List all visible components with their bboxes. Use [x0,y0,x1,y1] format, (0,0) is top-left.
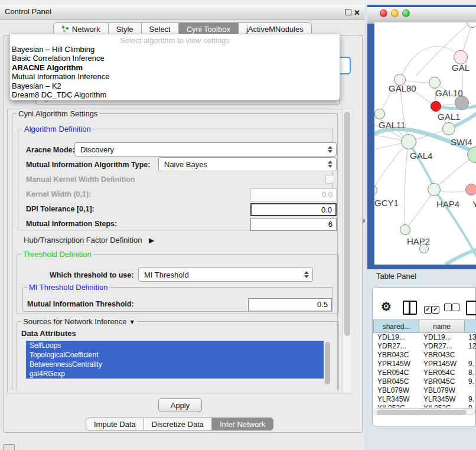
dpi-tolerance-label: DPI Tolerance [0,1]: [26,205,94,213]
node-label: GAL11 [379,120,406,130]
table-row[interactable]: YDR27...YDR27...12 [374,342,476,351]
table-row[interactable]: YBR043CYBR043C [374,351,476,360]
table-row[interactable]: YER054CYER054C8. [374,369,476,377]
top-strip [0,0,476,5]
table-row[interactable]: YBL079WYBL079W [374,386,476,395]
data-attributes-label: Data Attributes [21,329,76,338]
docked-panel-icon[interactable] [3,444,15,450]
node-label: GAL10 [435,88,463,98]
table-row[interactable]: YPR145WYPR145W9. [374,360,476,369]
algorithm-option-selected[interactable]: ARACNE Algorithm [10,63,340,72]
network-node-selected-red[interactable] [431,101,441,112]
algorithm-option[interactable]: Bayesian – K2 [10,81,340,90]
table-row[interactable]: YBR045CYBR045C9. [374,377,476,386]
table-row[interactable]: YLR345WYLR345W9. [374,395,476,404]
node-label: GCY1 [374,198,399,208]
kernel-width-field[interactable]: 0.0 [250,188,337,201]
table-horizontal-scrollbar[interactable] [374,408,475,415]
gear-icon[interactable]: ⚙ [381,299,392,314]
which-threshold-combobox[interactable]: MI Threshold [138,268,313,282]
bottom-tabs: Impute Data Discretize Data Infer Networ… [86,418,273,431]
mi-type-value: Naive Bayes [164,160,207,169]
table-panel: ⚙ ✓✓ shared... name YDL19...YDL19...13 Y… [372,287,476,426]
group-title: MI Threshold Definition [27,283,109,292]
network-node[interactable] [374,109,385,119]
which-threshold-value: MI Threshold [144,270,189,279]
panel-title: Control Panel [5,5,51,19]
table-row[interactable]: YDL19...YDL19...13 [374,333,476,342]
mi-threshold-label: Mutual Information Threshold: [27,300,134,308]
list-item[interactable]: TopologicalCoefficient [26,350,324,360]
tab-label: jActiveMNodules [246,25,304,34]
algorithm-option[interactable]: Basic Correlation Inference [10,54,340,63]
control-panel-titlebar: Control Panel [0,5,365,19]
aracne-mode-label: Aracne Mode: [26,146,75,154]
export-table-icon[interactable] [466,301,476,315]
mi-threshold-field[interactable]: 0.5 [248,298,332,311]
group-title: Cyni Algorithm Settings [17,109,99,118]
network-canvas[interactable]: GAL GAL80 GAL10 GAL1 GAL11 SWI4 GAL4 GCY… [374,22,476,265]
list-item[interactable]: BetweennessCentrality [26,360,324,369]
minimize-traffic-light-icon[interactable] [391,9,399,17]
algorithm-option[interactable]: Mutual Information Inference [10,72,340,81]
tab-label: Select [149,25,171,34]
expander-expanded-icon[interactable]: ▼ [129,318,135,325]
mi-steps-field[interactable]: 6 [250,218,337,231]
window-frame [367,265,476,269]
close-traffic-light-icon[interactable] [380,9,387,17]
combo-stepper-icon [304,268,309,281]
aracne-mode-combobox[interactable]: Discovery [74,142,337,156]
algorithm-option[interactable]: Bayesian – Hill Climbing [10,45,340,54]
expander-collapsed-icon[interactable]: ▶ [149,236,154,244]
scrollbar-thumb[interactable] [377,410,467,415]
aracne-mode-value: Discovery [80,145,114,154]
node-label: GAL4 [410,151,432,161]
network-node[interactable] [401,134,416,149]
tab-label: Discretize Data [152,420,204,429]
apply-button[interactable]: Apply [158,398,202,412]
show-columns-icon[interactable]: ✓✓ [424,303,439,314]
float-panel-icon[interactable] [345,9,351,15]
dropdown-placeholder: Select algorithm to view settings [10,34,340,45]
tab-label: Style [116,25,133,34]
node-label: GAL [452,63,470,73]
network-node[interactable] [429,77,441,89]
tab-label: Impute Data [94,420,136,429]
column-header-shared-name[interactable]: shared... [373,319,419,333]
split-view-icon[interactable] [403,301,417,315]
close-icon[interactable]: ✕ [354,8,360,18]
hide-columns-icon[interactable] [444,303,459,314]
network-node[interactable] [465,184,476,195]
kernel-width-label: Kernel Width (0,1): [26,190,91,198]
zoom-traffic-light-icon[interactable] [402,9,410,17]
column-header-partial[interactable] [465,319,476,333]
table-body[interactable]: YDL19...YDL19...13 YDR27...YDR27...12 YB… [374,333,476,407]
tab-infer-network[interactable]: Infer Network [212,418,273,431]
mi-steps-label: Mutual Information Steps: [26,220,117,228]
list-item[interactable]: gal4RGexp [26,369,324,379]
group-title: Sources for Network Inference ▼ [21,317,137,326]
network-node[interactable] [428,183,441,196]
list-item[interactable]: SelfLoops [26,341,324,350]
mi-type-combobox[interactable]: Naive Bayes [158,157,337,171]
list-scrollbar-thumb[interactable] [325,342,330,384]
algorithm-option[interactable]: Dream8 DC_TDC Algorithm [10,90,340,99]
screen: Control Panel ✕ Network Style Select Cyn… [0,0,476,450]
hub-definition-label: Hub/Transcription Factor Definition [24,236,142,244]
manual-kernel-checkbox[interactable] [325,175,334,184]
settings-scrollbar[interactable] [343,109,351,393]
tab-impute-data[interactable]: Impute Data [86,418,144,431]
node-label: HAP2 [407,236,430,246]
hub-definition-expander[interactable]: Hub/Transcription Factor Definition ▶ [24,236,154,244]
dpi-tolerance-field[interactable]: 0.0 [250,203,337,216]
node-label: HAP4 [436,199,459,209]
table-row[interactable]: YIL052CYIL052C9 [374,404,476,407]
network-node[interactable] [442,122,455,135]
table-panel-title: Table Panel [376,272,416,281]
node-label: GAL80 [389,83,416,93]
scrollbar-thumb[interactable] [344,112,350,336]
column-header-name[interactable]: name [419,319,465,333]
tab-discretize-data[interactable]: Discretize Data [144,418,212,431]
network-node[interactable] [400,224,410,235]
tab-label: Infer Network [220,420,265,429]
